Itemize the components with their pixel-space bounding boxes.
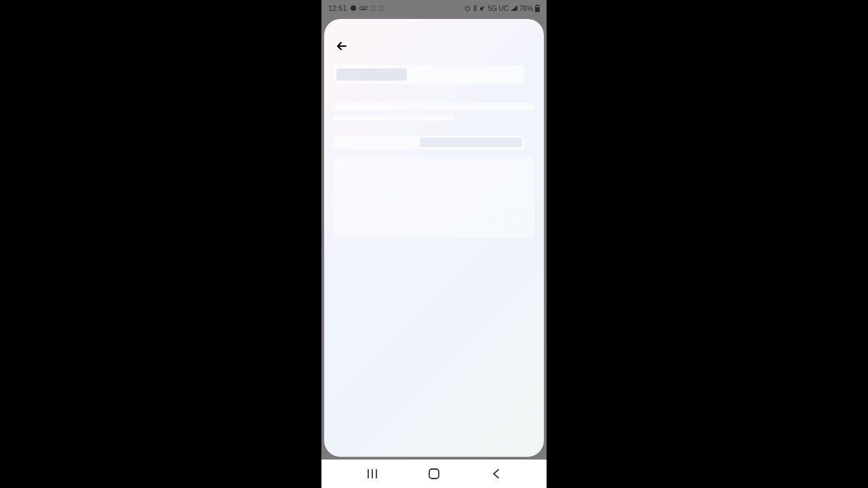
skeleton-button-segment xyxy=(420,138,522,147)
battery-percent: 76% xyxy=(519,5,533,12)
skeleton-line-2 xyxy=(334,115,454,121)
skeleton-header-segment xyxy=(336,68,407,81)
svg-point-0 xyxy=(351,5,356,11)
mute-icon xyxy=(479,5,486,12)
home-icon xyxy=(428,468,440,480)
svg-rect-5 xyxy=(379,6,383,10)
recents-button[interactable] xyxy=(352,464,393,484)
app-notification-icon-1 xyxy=(370,5,376,11)
skeleton-button-row xyxy=(334,136,524,149)
voicemail-icon xyxy=(359,5,368,11)
app-card xyxy=(324,19,544,457)
app-screen xyxy=(321,16,547,460)
svg-point-6 xyxy=(466,7,470,11)
skeleton-line-1 xyxy=(334,103,534,110)
app-header xyxy=(324,19,544,60)
svg-rect-4 xyxy=(371,6,375,10)
svg-rect-12 xyxy=(536,7,540,12)
skeleton-content-block xyxy=(334,157,534,239)
svg-line-7 xyxy=(466,5,467,6)
phone-frame: 12:51 5G UC xyxy=(321,0,547,488)
signal-icon xyxy=(511,5,517,11)
network-type: 5G UC xyxy=(488,5,509,12)
status-left: 12:51 xyxy=(328,4,384,12)
clock-time: 12:51 xyxy=(328,4,347,12)
recents-icon xyxy=(366,468,378,479)
home-button[interactable] xyxy=(414,464,454,484)
bluetooth-icon xyxy=(473,5,477,12)
back-arrow-icon xyxy=(335,39,349,53)
svg-point-1 xyxy=(359,7,363,10)
notification-icon xyxy=(350,5,357,12)
nav-back-button[interactable] xyxy=(475,464,516,484)
svg-rect-16 xyxy=(429,469,439,479)
svg-line-8 xyxy=(469,5,470,6)
battery-icon xyxy=(535,5,540,12)
loading-content xyxy=(324,60,544,244)
alarm-icon xyxy=(465,5,471,12)
status-bar: 12:51 5G UC xyxy=(321,0,547,16)
navigation-bar xyxy=(321,460,547,488)
back-button[interactable] xyxy=(334,38,350,54)
svg-point-2 xyxy=(363,7,367,10)
status-right: 5G UC 76% xyxy=(465,5,540,12)
skeleton-header-row xyxy=(334,65,524,84)
nav-back-icon xyxy=(491,468,500,480)
app-notification-icon-2 xyxy=(378,5,384,11)
